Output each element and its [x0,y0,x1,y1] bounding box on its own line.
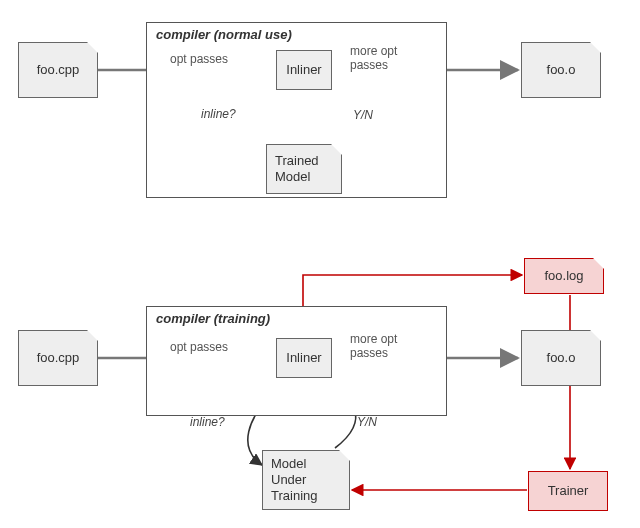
trainer-label: Trainer [548,483,589,499]
input-file-label-top: foo.cpp [37,62,80,78]
panel-title-normal: compiler (normal use) [156,27,292,42]
label-opt-passes-top: opt passes [170,52,228,66]
trained-model-box: Trained Model [266,144,342,194]
file-foo-o-bottom: foo.o [521,330,601,386]
diagram-canvas: compiler (normal use) foo.cpp opt passes… [0,0,640,528]
inliner-box-bottom: Inliner [276,338,332,378]
trained-model-label: Trained Model [275,153,319,186]
log-file-label: foo.log [544,268,583,284]
model-under-training-label: Model Under Training [271,456,317,505]
label-opt-passes-bottom: opt passes [170,340,228,354]
inliner-label-bottom: Inliner [286,350,321,366]
file-foo-cpp-bottom: foo.cpp [18,330,98,386]
label-inline-q-top: inline? [201,107,236,121]
trainer-box: Trainer [528,471,608,511]
output-file-label-top: foo.o [547,62,576,78]
label-yn-bottom: Y/N [357,415,377,429]
inliner-label-top: Inliner [286,62,321,78]
panel-title-training: compiler (training) [156,311,270,326]
label-yn-top: Y/N [353,108,373,122]
file-foo-cpp-top: foo.cpp [18,42,98,98]
label-inline-q-bottom: inline? [190,415,225,429]
file-foo-log: foo.log [524,258,604,294]
input-file-label-bottom: foo.cpp [37,350,80,366]
file-foo-o-top: foo.o [521,42,601,98]
inliner-box-top: Inliner [276,50,332,90]
model-under-training-box: Model Under Training [262,450,350,510]
label-more-opt-bottom: more opt passes [350,332,430,360]
label-more-opt-top: more opt passes [350,44,430,72]
output-file-label-bottom: foo.o [547,350,576,366]
